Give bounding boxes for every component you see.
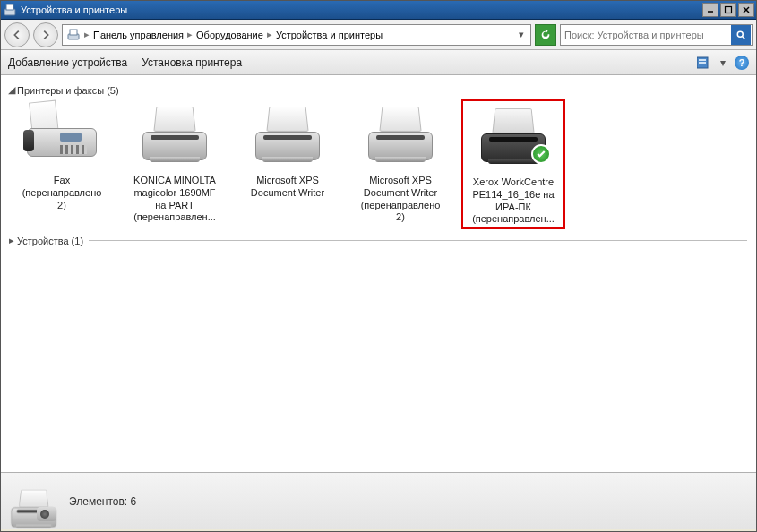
group-label: Устройства (17, 236, 69, 246)
group-rule (125, 90, 747, 90)
search-go-button[interactable] (731, 25, 751, 45)
status-count-label: Элементов: (69, 495, 127, 508)
maximize-button[interactable] (720, 3, 736, 17)
titlebar: Устройства и принтеры (1, 1, 756, 20)
view-options-button[interactable] (697, 56, 713, 70)
printer-icon (250, 105, 325, 169)
svg-rect-11 (699, 59, 706, 61)
device-label: KONICA MINOLTA magicolor 1690MF на PART … (125, 175, 225, 224)
device-label: Microsoft XPS Document Writer (перенапра… (350, 175, 451, 224)
device-item-xps-2[interactable]: Microsoft XPS Document Writer (перенапра… (348, 99, 452, 229)
group-label: Принтеры и факсы (17, 85, 104, 96)
group-count: (1) (72, 236, 83, 246)
content-area: ◢ Принтеры и факсы (5) Fax (перенаправле… (1, 75, 756, 472)
address-dropdown-icon[interactable]: ▾ (516, 29, 527, 40)
window-icon (3, 3, 17, 17)
svg-rect-12 (699, 62, 706, 64)
breadcrumb-seg-3[interactable]: Устройства и принтеры (276, 30, 383, 40)
device-label: Microsoft XPS Document Writer (237, 175, 338, 200)
collapse-arrow-icon[interactable]: ◢ (6, 84, 17, 96)
printer-icon (137, 105, 212, 169)
breadcrumb-sep-icon: ▸ (267, 29, 272, 40)
address-bar[interactable]: ▸ Панель управления ▸ Оборудование ▸ Уст… (62, 24, 531, 46)
breadcrumb-sep-icon: ▸ (84, 29, 90, 40)
collapse-arrow-icon[interactable]: ▸ (6, 235, 17, 246)
device-label: Fax (перенаправлено 2) (12, 175, 112, 211)
search-input[interactable] (561, 30, 730, 40)
device-item-konica[interactable]: KONICA MINOLTA magicolor 1690MF на PART … (123, 99, 227, 229)
group-count: (5) (107, 85, 118, 96)
devices-icon (66, 27, 81, 43)
fax-icon (24, 105, 99, 169)
back-button[interactable] (4, 22, 30, 47)
view-dropdown-icon[interactable]: ▾ (718, 56, 727, 70)
printer-default-icon (476, 107, 551, 171)
group-rule (89, 240, 747, 241)
printer-icon (363, 105, 438, 169)
window-title: Устройства и принтеры (21, 4, 701, 15)
svg-line-9 (743, 36, 745, 39)
status-bar: Элементов: 6 (1, 472, 756, 529)
group-header-printers[interactable]: ◢ Принтеры и факсы (5) (6, 84, 747, 96)
status-count: 6 (131, 495, 137, 508)
printers-items: Fax (перенаправлено 2) KONICA MINOLTA ma… (10, 99, 747, 229)
device-item-fax[interactable]: Fax (перенаправлено 2) (10, 99, 114, 229)
status-icon (10, 480, 60, 523)
forward-button[interactable] (33, 22, 58, 47)
breadcrumb-sep-icon: ▸ (187, 29, 193, 40)
breadcrumb-seg-2[interactable]: Оборудование (196, 30, 263, 40)
minimize-button[interactable] (702, 3, 718, 17)
device-item-xerox[interactable]: Xerox WorkCentre PE114_16_16e на ИРА-ПК … (461, 99, 565, 229)
toolbar: Добавление устройства Установка принтера… (1, 50, 756, 75)
close-button[interactable] (738, 3, 754, 17)
breadcrumb-seg-1[interactable]: Панель управления (93, 30, 184, 40)
help-button[interactable]: ? (735, 56, 749, 70)
svg-rect-7 (70, 30, 77, 35)
add-printer-button[interactable]: Установка принтера (142, 56, 242, 69)
refresh-button[interactable] (535, 24, 556, 46)
add-device-button[interactable]: Добавление устройства (8, 56, 127, 69)
svg-rect-3 (726, 7, 732, 13)
search-box[interactable] (560, 24, 753, 46)
device-label: Xerox WorkCentre PE114_16_16e на ИРА-ПК … (465, 176, 562, 226)
svg-point-8 (737, 31, 743, 37)
svg-rect-1 (6, 4, 13, 10)
group-header-devices[interactable]: ▸ Устройства (1) (6, 235, 747, 246)
default-check-icon (531, 144, 551, 164)
device-item-xps-1[interactable]: Microsoft XPS Document Writer (236, 99, 340, 229)
nav-row: ▸ Панель управления ▸ Оборудование ▸ Уст… (1, 20, 756, 50)
